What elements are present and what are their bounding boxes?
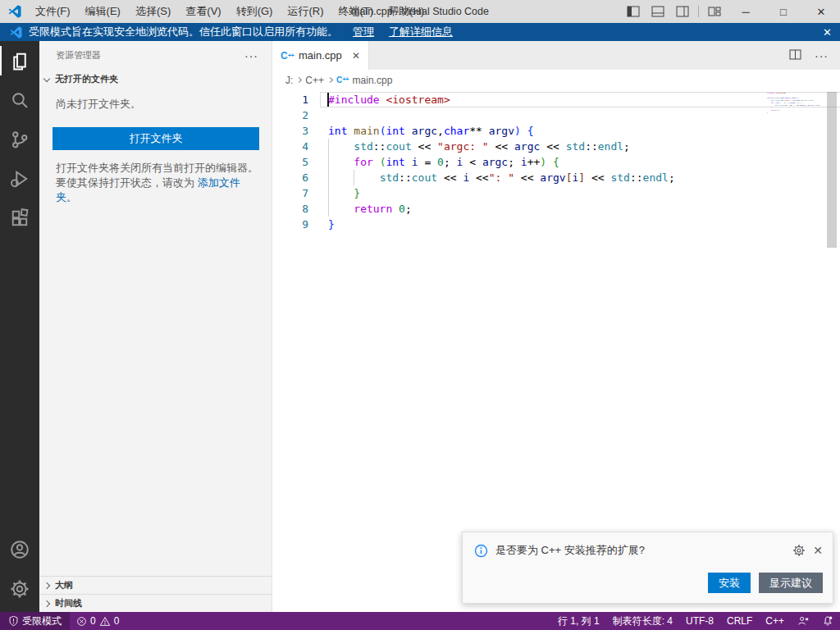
tab-main-cpp[interactable]: C++ main.cpp ✕ [272, 41, 369, 70]
outline-label: 大纲 [55, 579, 73, 591]
feedback-icon[interactable] [791, 612, 815, 630]
sidebar-title: 资源管理器 [56, 49, 101, 62]
cursor-position-status[interactable]: 行 1, 列 1 [551, 612, 606, 630]
no-folder-message: 尚未打开文件夹。 [56, 97, 258, 112]
chevron-right-icon [327, 77, 333, 83]
info-icon [474, 544, 488, 558]
learn-more-link[interactable]: 了解详细信息 [389, 25, 453, 39]
menu-item[interactable]: 编辑(E) [78, 5, 128, 17]
line-number: 7 [272, 185, 308, 201]
line-number-gutter: 123456789 [272, 92, 308, 232]
vertical-scrollbar[interactable] [827, 92, 837, 248]
line-number: 5 [272, 154, 308, 170]
breadcrumb-file[interactable]: main.cpp [353, 75, 393, 86]
indentation-status[interactable]: 制表符长度: 4 [606, 612, 679, 630]
menu-item[interactable]: 终端(T) [331, 5, 381, 17]
banner-close-icon[interactable]: ✕ [823, 26, 832, 39]
minimap-content: #include <iostream>int main(int argc,cha… [767, 92, 776, 114]
code-content[interactable]: #include <iostream>int main(int argc,cha… [328, 92, 675, 232]
line-number: 3 [272, 123, 308, 139]
toggle-secondary-sidebar-icon[interactable] [670, 0, 695, 23]
split-editor-icon[interactable] [789, 48, 801, 63]
open-folder-button[interactable]: 打开文件夹 [52, 127, 259, 150]
code-line[interactable]: } [328, 185, 675, 201]
eol-status[interactable]: CRLF [720, 612, 759, 630]
activity-bar-bottom [0, 530, 39, 609]
sidebar-header: 资源管理器 ··· [39, 41, 272, 70]
code-line[interactable]: #include <iostream> [328, 92, 675, 107]
breadcrumb-folder[interactable]: C++ [305, 75, 324, 86]
tab-bar: C++ main.cpp ✕ ··· [272, 41, 840, 70]
show-recommendations-button[interactable]: 显示建议 [759, 573, 823, 593]
mini-line: return 0; [767, 109, 776, 112]
more-actions-icon[interactable]: ··· [815, 49, 829, 62]
menu-item[interactable]: 转到(G) [229, 5, 281, 17]
settings-gear-icon[interactable] [0, 569, 39, 609]
line-number: 2 [272, 107, 308, 123]
line-number: 4 [272, 139, 308, 154]
close-window-button[interactable]: ✕ [802, 0, 840, 23]
source-control-icon[interactable] [0, 120, 39, 159]
restricted-mode-status[interactable]: 受限模式 [0, 612, 70, 630]
tab-close-icon[interactable]: ✕ [352, 50, 360, 62]
menu-item[interactable]: 查看(V) [178, 5, 228, 17]
manage-trust-link[interactable]: 管理 [353, 25, 374, 39]
code-line[interactable]: std::cout << i <<": " << argv[i] << std:… [328, 170, 675, 185]
menu-item[interactable]: 运行(R) [280, 5, 331, 17]
status-bar: 受限模式 0 0 行 1, 列 1 制表符长度: 4 UTF-8 CRLF C+… [0, 612, 840, 630]
more-actions-icon[interactable]: ··· [244, 49, 258, 62]
outline-pane-header[interactable]: 大纲 [39, 576, 272, 594]
explorer-icon[interactable] [0, 41, 39, 80]
banner-message: 受限模式旨在实现安全地浏览代码。信任此窗口以启用所有功能。 [29, 25, 338, 39]
minimap[interactable]: #include <iostream>int main(int argc,cha… [767, 92, 824, 281]
vscode-logo-icon [10, 26, 22, 39]
cpp-file-icon: C++ [336, 75, 349, 85]
minimize-button[interactable]: ─ [727, 0, 765, 23]
shield-icon [8, 615, 19, 627]
code-line[interactable]: std::cout << "argc: " << argc << std::en… [328, 139, 675, 154]
timeline-pane-header[interactable]: 时间线 [39, 594, 272, 612]
encoding-status[interactable]: UTF-8 [679, 612, 720, 630]
install-button[interactable]: 安装 [708, 573, 751, 593]
timeline-label: 时间线 [55, 597, 82, 609]
notifications-bell-icon[interactable] [815, 612, 840, 630]
problems-status[interactable]: 0 0 [70, 612, 126, 630]
toast-buttons: 安装 显示建议 [708, 573, 823, 593]
breadcrumb-drive[interactable]: J: [285, 75, 293, 86]
maximize-button[interactable]: □ [765, 0, 802, 23]
vscode-window: 文件(F)编辑(E)选择(S)查看(V)转到(G)运行(R)终端(T)帮助(H)… [0, 0, 840, 630]
code-line[interactable]: return 0; [328, 201, 675, 217]
language-mode-status[interactable]: C++ [759, 612, 791, 630]
extensions-icon[interactable] [0, 199, 39, 238]
code-line[interactable]: int main(int argc,char** argv) { [328, 123, 675, 139]
account-icon[interactable] [0, 530, 39, 569]
toast-close-icon[interactable]: ✕ [813, 544, 823, 557]
section-no-folder[interactable]: 无打开的文件夹 [39, 70, 272, 88]
toast-message: 是否要为 C++ 安装推荐的扩展? [495, 543, 785, 558]
menu-item[interactable]: 帮助(H) [381, 5, 431, 17]
text-cursor [327, 93, 329, 107]
chevron-right-icon [43, 582, 50, 589]
vscode-logo-icon [8, 5, 21, 18]
restricted-label: 受限模式 [22, 614, 62, 628]
customize-layout-icon[interactable] [702, 0, 727, 23]
activity-bar [0, 41, 39, 612]
menu-item[interactable]: 选择(S) [128, 5, 178, 17]
toggle-sidebar-icon[interactable] [621, 0, 646, 23]
line-number: 6 [272, 170, 308, 185]
warning-icon [99, 616, 111, 627]
cpp-file-icon: C++ [281, 51, 294, 61]
toggle-panel-icon[interactable] [646, 0, 670, 23]
divider [698, 6, 699, 17]
search-icon[interactable] [0, 80, 39, 120]
breadcrumb: J: C++ C++ main.cpp [272, 70, 840, 90]
menu-item[interactable]: 文件(F) [28, 5, 78, 17]
code-line[interactable]: for (int i = 0; i < argc; i++) { [328, 154, 675, 170]
code-line[interactable]: } [328, 217, 675, 232]
notification-settings-gear-icon[interactable] [792, 544, 806, 557]
error-icon [76, 616, 87, 627]
code-line[interactable] [328, 107, 675, 123]
restricted-mode-banner: 受限模式旨在实现安全地浏览代码。信任此窗口以启用所有功能。 管理 了解详细信息 … [0, 23, 840, 41]
run-debug-icon[interactable] [0, 159, 39, 199]
mini-line: #include <iostream> [767, 92, 776, 94]
